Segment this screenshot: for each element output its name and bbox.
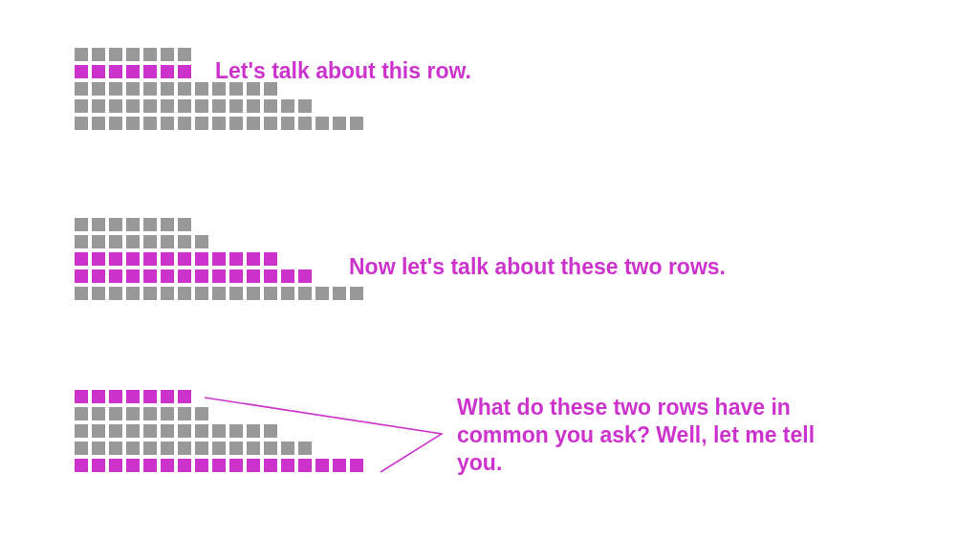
caption-1: Let's talk about this row. xyxy=(215,57,693,85)
square xyxy=(229,287,243,300)
square-highlighted xyxy=(109,269,122,283)
square xyxy=(212,117,226,130)
square-highlighted xyxy=(212,252,226,266)
square xyxy=(75,48,88,61)
square-highlighted xyxy=(212,269,226,283)
square xyxy=(161,407,174,420)
square-highlighted xyxy=(264,459,277,472)
square xyxy=(126,82,140,96)
square xyxy=(143,48,157,61)
square xyxy=(178,117,191,130)
square xyxy=(161,235,174,248)
square-highlighted xyxy=(229,269,243,283)
square xyxy=(126,407,140,420)
square xyxy=(315,117,329,130)
square-highlighted xyxy=(195,252,208,266)
square-highlighted xyxy=(126,390,140,403)
square-highlighted xyxy=(315,459,329,472)
square xyxy=(229,442,243,455)
square xyxy=(161,99,174,113)
square xyxy=(195,442,208,455)
square-highlighted xyxy=(281,269,294,283)
square xyxy=(350,117,363,130)
square-highlighted xyxy=(92,252,105,266)
square-highlighted xyxy=(247,269,260,283)
square-row xyxy=(75,459,363,472)
square xyxy=(109,442,122,455)
square xyxy=(75,424,88,438)
square-highlighted xyxy=(229,252,243,266)
square-highlighted xyxy=(281,459,294,472)
caption-3: What do these two rows have in common yo… xyxy=(457,394,859,476)
square xyxy=(161,82,174,96)
square xyxy=(143,82,157,96)
square xyxy=(161,218,174,231)
square xyxy=(75,218,88,231)
square-highlighted xyxy=(161,252,174,266)
square-row xyxy=(75,252,363,266)
square xyxy=(161,287,174,300)
square xyxy=(247,99,260,113)
square xyxy=(161,442,174,455)
square xyxy=(212,442,226,455)
square xyxy=(298,99,312,113)
square xyxy=(195,117,208,130)
square-row xyxy=(75,99,363,113)
square-highlighted xyxy=(109,65,122,78)
square-group-2 xyxy=(75,218,363,304)
square xyxy=(178,235,191,248)
square-highlighted xyxy=(75,390,88,403)
square-row xyxy=(75,390,363,403)
square-highlighted xyxy=(178,390,191,403)
square xyxy=(109,99,122,113)
square xyxy=(195,99,208,113)
square-highlighted xyxy=(264,252,277,266)
square xyxy=(195,235,208,248)
square-row xyxy=(75,442,363,455)
square-row xyxy=(75,424,363,438)
square xyxy=(126,442,140,455)
square xyxy=(247,442,260,455)
square xyxy=(109,48,122,61)
square xyxy=(229,424,243,438)
square xyxy=(126,424,140,438)
square-row xyxy=(75,117,363,130)
square-highlighted xyxy=(92,269,105,283)
square-row xyxy=(75,407,363,420)
square-highlighted xyxy=(298,459,312,472)
square xyxy=(212,424,226,438)
square xyxy=(195,82,208,96)
square xyxy=(143,442,157,455)
square xyxy=(109,235,122,248)
square xyxy=(126,99,140,113)
square-highlighted xyxy=(75,65,88,78)
square-highlighted xyxy=(161,390,174,403)
square-highlighted xyxy=(195,459,208,472)
square xyxy=(264,287,277,300)
square-highlighted xyxy=(92,459,105,472)
square-highlighted xyxy=(143,252,157,266)
square xyxy=(298,287,312,300)
square-highlighted xyxy=(92,65,105,78)
square xyxy=(195,424,208,438)
square xyxy=(264,424,277,438)
square-highlighted xyxy=(247,459,260,472)
square-highlighted xyxy=(178,252,191,266)
square xyxy=(143,218,157,231)
square xyxy=(229,99,243,113)
square-highlighted xyxy=(75,252,88,266)
square-highlighted xyxy=(178,65,191,78)
square xyxy=(109,424,122,438)
square xyxy=(264,442,277,455)
square-highlighted xyxy=(75,459,88,472)
square-highlighted xyxy=(109,459,122,472)
square xyxy=(92,407,105,420)
square-highlighted xyxy=(126,65,140,78)
square-highlighted xyxy=(178,459,191,472)
square-highlighted xyxy=(143,65,157,78)
square-highlighted xyxy=(195,269,208,283)
square xyxy=(92,442,105,455)
square xyxy=(75,99,88,113)
square xyxy=(178,82,191,96)
square-highlighted xyxy=(75,269,88,283)
